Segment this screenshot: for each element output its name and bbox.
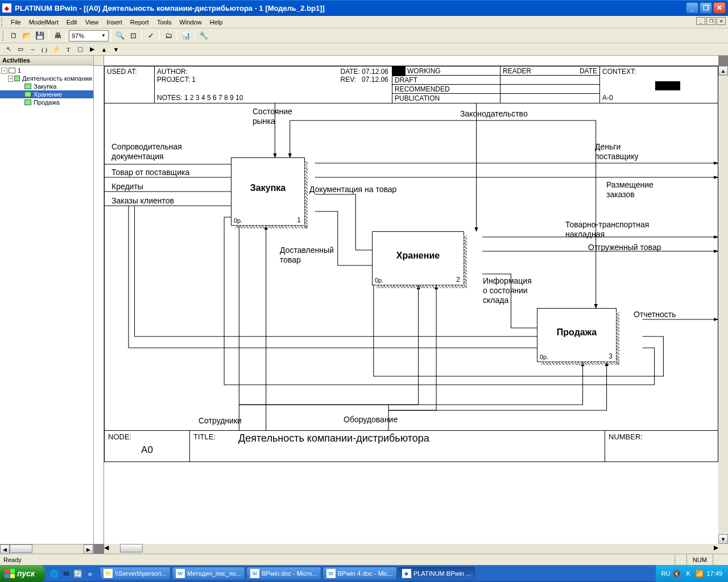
scroll-right-button[interactable]: ▶ [84,544,93,554]
task-button[interactable]: WМетодич_пос_по... [172,567,245,580]
scroll-track[interactable] [109,544,714,554]
menu-report[interactable]: Report [126,18,153,27]
minimize-button[interactable]: _ [686,2,698,14]
scroll-right-button[interactable]: ▶ [714,544,718,554]
clock[interactable]: 17:49 [706,570,722,577]
mdi-restore-button[interactable]: ❐ [706,17,715,25]
save-button[interactable]: 💾 [34,30,46,42]
project-cell: AUTHOR: PROJECT: 1 NOTES: 1 2 3 4 5 6 7 … [155,66,392,103]
scroll-left-button[interactable]: ◀ [0,544,10,554]
task-button[interactable]: 📁\\Serverb\person... [100,567,171,580]
tray-icon[interactable]: 📶 [695,569,704,578]
collapse-icon[interactable]: − [8,76,13,82]
chevron-down-icon[interactable]: ▼ [101,33,106,38]
text-tool[interactable]: T [63,44,74,55]
separator-icon [111,30,111,41]
task-label: BPwin.doc - Micro... [262,570,317,577]
collapse-icon[interactable]: − [1,68,7,74]
statusbar: Ready NUM [0,554,728,565]
menu-modelmart[interactable]: ModelMart [25,18,63,27]
activity-icon [24,99,31,105]
mdi-minimize-button[interactable]: _ [696,17,705,25]
scroll-track[interactable] [718,76,728,534]
activity-prodazha[interactable]: Продажа 0р. 3 [537,308,617,362]
spellcheck-button[interactable]: ✓ [144,30,157,42]
tree-item-prodazha[interactable]: Продажа [0,98,93,106]
ql-chevron-icon[interactable]: » [84,567,96,580]
tunnel-tool[interactable]: ⚡ [51,44,62,55]
activity-number: 3 [609,352,613,360]
pointer-tool[interactable]: ↖ [3,44,14,55]
maximize-button[interactable]: ❐ [700,2,712,14]
go-up-button[interactable]: ▲ [98,44,110,55]
zoom-combo[interactable]: 97%▼ [69,30,109,41]
activity-hranenie[interactable]: Хранение 0р. 2 [372,231,464,285]
arrow-tool[interactable]: → [27,44,38,55]
canvas-hscroll[interactable]: ◀ ▶ [104,544,718,554]
tree-item-hranenie[interactable]: Хранение [0,90,93,98]
task-button-active[interactable]: ◆PLATINUM BPwin ... [398,567,475,580]
ql-icon[interactable]: 🔄 [72,567,84,580]
ql-icon[interactable]: 🌐 [48,567,60,580]
sidebar-hscroll[interactable]: ◀ ▶ [0,544,93,554]
rev-label: REV: [340,76,356,84]
tree-item-activity[interactable]: −Деятельность компании [0,74,93,82]
menu-edit[interactable]: Edit [63,18,81,27]
task-button[interactable]: WBPwin.doc - Micro... [246,567,321,580]
report-button[interactable]: 📊 [180,30,192,42]
date-value: 07.12.06 [362,68,388,76]
activity-cost: 0р. [234,217,242,224]
scroll-track[interactable] [10,544,84,554]
scroll-left-button[interactable]: ◀ [104,544,109,554]
status-marker-icon [392,66,406,76]
language-indicator[interactable]: RU [661,570,671,577]
used-at-cell: USED AT: [105,66,155,103]
close-button[interactable]: ✕ [713,2,726,14]
activity-zakupka[interactable]: Закупка 0р. 1 [231,157,305,226]
open-button[interactable]: 📂 [20,30,33,42]
menu-view[interactable]: View [81,18,103,27]
title-label: TITLE: [193,433,216,441]
tray-icon[interactable]: 🔇 [672,569,681,578]
activity-tool[interactable]: ▭ [15,44,26,55]
folder-icon: 📁 [104,569,113,578]
scroll-down-button[interactable]: ▼ [718,534,728,544]
ruler-vertical [94,66,104,544]
diagram-tool[interactable]: ▢ [75,44,86,55]
activity-icon [24,92,31,97]
separator-icon [142,30,142,41]
squiggle-tool[interactable]: ( ) [39,44,50,55]
activity-tree[interactable]: −1 −Деятельность компании Закупка Хранен… [0,65,93,544]
menu-tools[interactable]: Tools [153,18,176,27]
start-button[interactable]: пуск [0,565,45,582]
print-button[interactable]: 🖶 [51,30,64,42]
menu-window[interactable]: Window [176,18,206,27]
zoom-in-button[interactable]: 🔍 [114,30,126,42]
tree-label: Хранение [34,91,62,98]
tree-item-root[interactable]: −1 [0,66,93,74]
scroll-thumb[interactable] [120,544,143,552]
scroll-thumb[interactable] [10,544,32,553]
ql-icon[interactable]: ✉ [60,567,72,580]
menu-help[interactable]: Help [206,18,227,27]
go-parent-button[interactable]: ▶ [86,44,98,55]
scroll-up-button[interactable]: ▲ [718,66,728,76]
tray-icon[interactable]: K [684,569,693,578]
tree-item-zakupka[interactable]: Закупка [0,82,93,90]
zoom-fit-button[interactable]: ⊡ [127,30,139,42]
model-icon [9,68,15,73]
canvas-vscroll[interactable]: ▲ ▼ [718,66,728,544]
model-explorer-button[interactable]: 🗂 [162,30,175,42]
new-button[interactable]: 🗋 [7,30,20,42]
zoom-value: 97% [72,32,84,39]
go-down-button[interactable]: ▼ [110,44,122,55]
menu-file[interactable]: File [7,18,25,27]
diagram-page[interactable]: USED AT: AUTHOR: PROJECT: 1 NOTES: 1 2 3… [104,66,718,544]
mdi-close-button[interactable]: ✕ [717,17,726,25]
activity-name: Продажа [557,327,597,338]
tree-label: Продажа [34,99,60,106]
diagram-body[interactable]: Закупка 0р. 1 Хранение 0р. 2 Продажа 0р.… [104,103,718,430]
properties-button[interactable]: 🔧 [197,30,210,42]
menu-insert[interactable]: Insert [102,18,126,27]
task-button[interactable]: WBPwin 4.doc - Mic... [322,567,397,580]
